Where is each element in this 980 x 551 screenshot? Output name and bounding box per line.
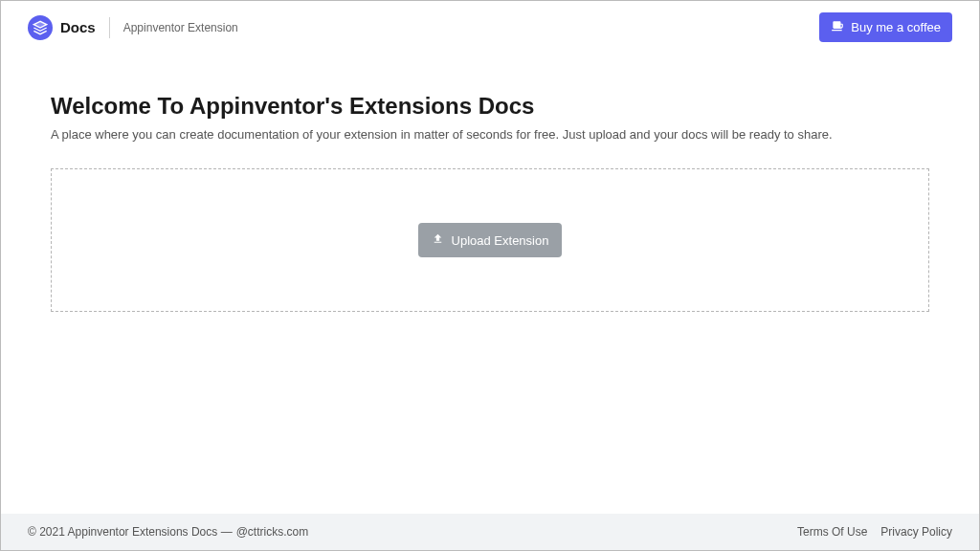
buy-coffee-label: Buy me a coffee [851, 20, 941, 34]
layers-icon [28, 15, 53, 40]
footer-left: © 2021 Appinventor Extensions Docs — @ct… [28, 525, 308, 539]
buy-coffee-button[interactable]: Buy me a coffee [819, 12, 952, 42]
divider [109, 17, 110, 38]
svg-marker-0 [33, 21, 46, 28]
header: Docs Appinventor Extension Buy me a coff… [1, 1, 979, 55]
footer: © 2021 Appinventor Extensions Docs — @ct… [1, 514, 979, 550]
logo-group[interactable]: Docs [28, 15, 96, 40]
upload-icon [432, 232, 444, 248]
coffee-icon [831, 19, 844, 35]
header-subtitle: Appinventor Extension [123, 21, 238, 34]
credit-link[interactable]: @cttricks.com [236, 525, 309, 539]
page-title: Welcome To Appinventor's Extensions Docs [51, 93, 929, 120]
upload-dropzone[interactable]: Upload Extension [51, 168, 929, 312]
page-description: A place where you can create documentati… [51, 127, 929, 142]
footer-links: Terms Of Use Privacy Policy [797, 525, 952, 539]
terms-link[interactable]: Terms Of Use [797, 525, 867, 539]
header-left: Docs Appinventor Extension [28, 15, 238, 40]
privacy-link[interactable]: Privacy Policy [880, 525, 952, 539]
upload-button-label: Upload Extension [452, 233, 549, 248]
logo-title: Docs [60, 19, 96, 35]
upload-extension-button[interactable]: Upload Extension [418, 223, 563, 257]
main: Welcome To Appinventor's Extensions Docs… [1, 55, 979, 514]
copyright-text: © 2021 Appinventor Extensions Docs — [28, 525, 233, 539]
